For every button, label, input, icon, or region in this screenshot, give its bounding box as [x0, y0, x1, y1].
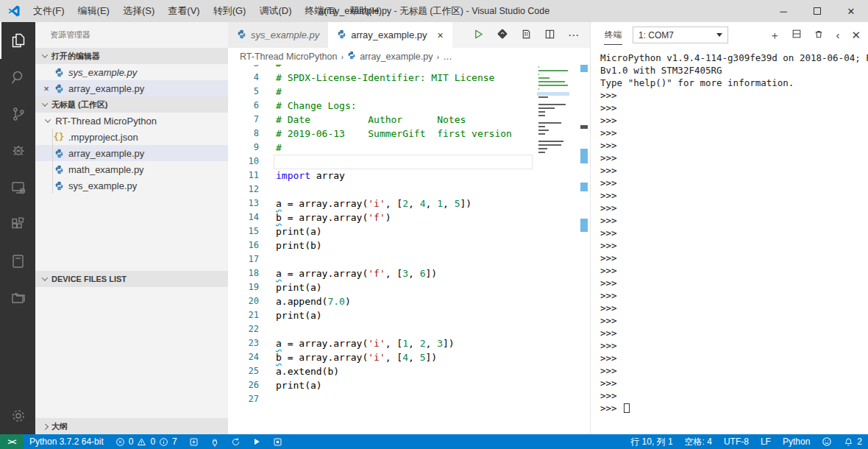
code-line-11[interactable]: 11import array	[228, 169, 590, 183]
code-line-6[interactable]: 6# Change Logs:	[228, 99, 590, 113]
line-number: 4	[228, 71, 259, 85]
terminal-output[interactable]: MicroPython v1.9.4-114-g309fe39d on 2018…	[591, 48, 868, 434]
code-line-14[interactable]: 14b = array.array('f')	[228, 211, 590, 224]
code-line-20[interactable]: 20a.append(7.0)	[228, 294, 590, 308]
language-mode[interactable]: Python	[777, 434, 816, 449]
rt-thread-download-icon[interactable]	[497, 28, 508, 42]
section-open-editors[interactable]: 打开的编辑器	[35, 48, 228, 64]
close-button[interactable]: ✕	[834, 0, 868, 22]
code-editor[interactable]: 3#4# SPDX-License-Identifier: MIT Licens…	[228, 65, 590, 434]
section-device-files[interactable]: DEVICE FILES LIST	[35, 271, 228, 287]
tree-file-math_example.py[interactable]: math_example.py	[35, 161, 228, 177]
debug-icon[interactable]	[0, 132, 35, 169]
terminal-banner-line: Type "help()" for more information.	[600, 77, 868, 89]
tab-sys-example[interactable]: sys_example.py	[228, 22, 328, 48]
menu-item-1[interactable]: 编辑(E)	[71, 0, 116, 22]
terminal-prompt-line: >>>	[600, 339, 868, 352]
breadcrumb-folder[interactable]: RT-Thread MicroPython	[240, 52, 337, 62]
section-outline[interactable]: 大纲	[35, 418, 228, 434]
run-icon[interactable]	[246, 434, 267, 449]
indentation[interactable]: 空格: 4	[679, 434, 718, 449]
minimap-line	[538, 81, 565, 82]
code-line-27[interactable]: 27	[228, 392, 590, 406]
remote-indicator[interactable]: ><	[0, 434, 24, 449]
split-editor-icon[interactable]	[544, 29, 555, 42]
code-line-21[interactable]: 21print(a)	[228, 308, 590, 322]
code-line-13[interactable]: 13a = array.array('i', [2, 4, 1, 5])	[228, 197, 590, 211]
tab-close-icon[interactable]: ×	[438, 29, 444, 41]
code-line-25[interactable]: 25a.extend(b)	[228, 364, 590, 378]
search-icon[interactable]	[0, 59, 35, 96]
cursor-position[interactable]: 行 10, 列 1	[625, 434, 678, 449]
code-line-15[interactable]: 15print(a)	[228, 224, 590, 238]
section-workspace[interactable]: 无标题 (工作区)	[35, 96, 228, 113]
python-file-icon	[347, 51, 356, 62]
extensions-icon[interactable]	[0, 206, 35, 243]
split-terminal-icon[interactable]	[791, 29, 802, 41]
code-line-12[interactable]: 12	[228, 183, 590, 197]
maximize-button[interactable]	[800, 0, 834, 22]
source-control-icon[interactable]	[0, 96, 35, 132]
eol-sequence[interactable]: LF	[755, 434, 777, 449]
json-braces-icon: {}	[53, 132, 65, 142]
terminal-prompt-line: >>>	[600, 314, 868, 327]
menu-item-4[interactable]: 转到(G)	[207, 0, 253, 22]
menu-item-3[interactable]: 查看(V)	[161, 0, 206, 22]
close-icon[interactable]: ×	[40, 83, 53, 94]
tab-terminal[interactable]: 终端	[604, 26, 622, 45]
code-line-10[interactable]: 10	[228, 155, 590, 169]
problems-status[interactable]: 0 0 7	[110, 434, 183, 449]
chevron-left-icon[interactable]: ‹	[836, 29, 839, 40]
code-line-26[interactable]: 26print(a)	[228, 378, 590, 392]
open-editor-sys_example.py[interactable]: sys_example.py	[35, 64, 228, 80]
code-line-5[interactable]: 5#	[228, 85, 590, 99]
code-line-19[interactable]: 19print(a)	[228, 280, 590, 294]
code-line-4[interactable]: 4# SPDX-License-Identifier: MIT License	[228, 71, 590, 85]
minimize-button[interactable]: ─	[766, 0, 800, 22]
sync-icon[interactable]	[225, 434, 246, 449]
code-line-9[interactable]: 9#	[228, 141, 590, 155]
terminal-prompt-line: >>>	[600, 377, 868, 389]
code-line-17[interactable]: 17	[228, 252, 590, 266]
usb-plug-icon[interactable]	[204, 434, 225, 449]
code-line-18[interactable]: 18a = array.array('f', [3, 6])	[228, 266, 590, 280]
notifications-bell[interactable]: 2	[838, 434, 868, 449]
code-line-24[interactable]: 24b = array.array('i', [4, 5])	[228, 350, 590, 364]
code-line-23[interactable]: 23a = array.array('i', [1, 2, 3])	[228, 336, 590, 350]
tree-file-sys_example.py[interactable]: sys_example.py	[35, 177, 228, 194]
code-line-8[interactable]: 8# 2019-06-13 SummerGift first version	[228, 127, 590, 141]
project-manager-icon[interactable]	[0, 243, 35, 280]
device-monitor-icon[interactable]	[0, 169, 35, 206]
new-terminal-icon[interactable]: ＋	[769, 29, 780, 40]
run-file-icon[interactable]	[473, 29, 484, 42]
terminal-select[interactable]: 1: COM7	[633, 26, 728, 43]
add-port-icon[interactable]	[183, 434, 204, 449]
menu-item-2[interactable]: 选择(S)	[116, 0, 161, 22]
minimap[interactable]	[537, 66, 569, 159]
more-actions-icon[interactable]: ⋯	[568, 29, 580, 42]
activity-bar	[0, 22, 35, 434]
code-line-7[interactable]: 7# Date Author Notes	[228, 113, 590, 127]
tree-folder-rt-thread[interactable]: RT-Thread MicroPython	[35, 113, 228, 129]
folder-view-icon[interactable]	[0, 280, 35, 317]
close-panel-icon[interactable]: ✕	[851, 29, 861, 40]
code-line-16[interactable]: 16print(b)	[228, 238, 590, 252]
breadcrumb-file[interactable]: array_example.py	[360, 52, 433, 62]
feedback-smiley-icon[interactable]	[816, 434, 838, 449]
open-editor-array_example.py[interactable]: ×array_example.py	[35, 80, 228, 96]
kill-terminal-icon[interactable]	[814, 29, 824, 41]
settings-gear-icon[interactable]	[0, 397, 35, 434]
tree-file-.mpyproject.json[interactable]: {}.mpyproject.json	[35, 129, 228, 145]
code-line-3[interactable]: 3#	[228, 65, 590, 71]
code-line-22[interactable]: 22	[228, 322, 590, 336]
stop-icon[interactable]	[267, 434, 288, 449]
breadcrumb-symbol[interactable]: …	[443, 52, 452, 62]
tree-file-array_example.py[interactable]: array_example.py	[35, 145, 228, 161]
python-interpreter[interactable]: Python 3.7.2 64-bit	[24, 434, 110, 449]
binary-file-icon[interactable]	[521, 29, 532, 42]
encoding[interactable]: UTF-8	[718, 434, 755, 449]
tab-array-example[interactable]: array_example.py ×	[328, 22, 452, 48]
explorer-icon[interactable]	[0, 22, 35, 59]
menu-item-0[interactable]: 文件(F)	[26, 0, 71, 22]
menu-item-5[interactable]: 调试(D)	[252, 0, 298, 22]
